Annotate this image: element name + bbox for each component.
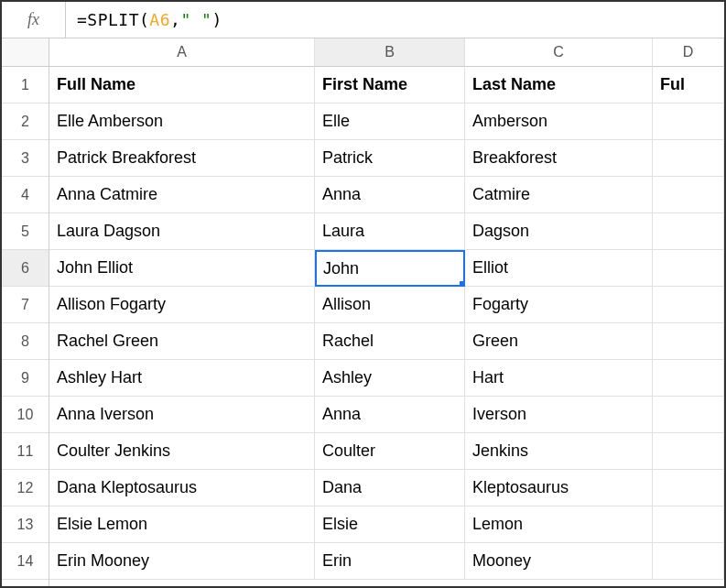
table-row: Rachel GreenRachelGreen bbox=[49, 323, 724, 360]
row-header-10[interactable]: 10 bbox=[2, 397, 49, 433]
cell-C6[interactable]: Elliot bbox=[465, 250, 653, 287]
cell-C5[interactable]: Dagson bbox=[465, 213, 653, 250]
formula-bar: fx =SPLIT(A6," ") bbox=[2, 2, 724, 38]
cell-B13[interactable]: Elsie bbox=[315, 506, 465, 543]
cell-D5[interactable] bbox=[653, 213, 724, 250]
row-header-4[interactable]: 4 bbox=[2, 177, 49, 213]
row-header-7[interactable]: 7 bbox=[2, 287, 49, 323]
cell-B9[interactable]: Ashley bbox=[315, 360, 465, 397]
table-row: Dana KleptosaurusDanaKleptosaurus bbox=[49, 470, 724, 506]
row-header-8[interactable]: 8 bbox=[2, 323, 49, 360]
cell-A1[interactable]: Full Name bbox=[49, 67, 315, 103]
cell-D14[interactable] bbox=[653, 543, 724, 580]
row-header-3[interactable]: 3 bbox=[2, 140, 49, 177]
column-headers: ABCD bbox=[49, 38, 724, 67]
cell-B5[interactable]: Laura bbox=[315, 213, 465, 250]
table-row: Anna CatmireAnnaCatmire bbox=[49, 177, 724, 213]
cell-C14[interactable]: Mooney bbox=[465, 543, 653, 580]
cell-C2[interactable]: Amberson bbox=[465, 103, 653, 140]
cell-B10[interactable]: Anna bbox=[315, 397, 465, 433]
cell-B7[interactable]: Allison bbox=[315, 287, 465, 323]
cell-A9[interactable]: Ashley Hart bbox=[49, 360, 315, 397]
cell-B14[interactable]: Erin bbox=[315, 543, 465, 580]
cell-A14[interactable]: Erin Mooney bbox=[49, 543, 315, 580]
cell-B12[interactable]: Dana bbox=[315, 470, 465, 506]
cell-D9[interactable] bbox=[653, 360, 724, 397]
cell-A5[interactable]: Laura Dagson bbox=[49, 213, 315, 250]
table-row: Ashley HartAshleyHart bbox=[49, 360, 724, 397]
cell-B1[interactable]: First Name bbox=[315, 67, 465, 103]
row-header-6[interactable]: 6 bbox=[2, 250, 49, 287]
row-header-9[interactable]: 9 bbox=[2, 360, 49, 397]
table-row: Patrick BreakforestPatrickBreakforest bbox=[49, 140, 724, 177]
cell-C9[interactable]: Hart bbox=[465, 360, 653, 397]
cell-D4[interactable] bbox=[653, 177, 724, 213]
cell-D8[interactable] bbox=[653, 323, 724, 360]
cell-D13[interactable] bbox=[653, 506, 724, 543]
cell-D3[interactable] bbox=[653, 140, 724, 177]
cell-B3[interactable]: Patrick bbox=[315, 140, 465, 177]
cell-D7[interactable] bbox=[653, 287, 724, 323]
cell-A7[interactable]: Allison Fogarty bbox=[49, 287, 315, 323]
column-header-B[interactable]: B bbox=[315, 38, 465, 67]
cell-C11[interactable]: Jenkins bbox=[465, 433, 653, 470]
cell-C7[interactable]: Fogarty bbox=[465, 287, 653, 323]
cell-D6[interactable] bbox=[653, 250, 724, 287]
select-all-corner[interactable] bbox=[2, 38, 49, 67]
cell-B4[interactable]: Anna bbox=[315, 177, 465, 213]
table-row: Elle AmbersonElleAmberson bbox=[49, 103, 724, 140]
cell-A6[interactable]: John Elliot bbox=[49, 250, 315, 287]
cell-B2[interactable]: Elle bbox=[315, 103, 465, 140]
row-header-14[interactable]: 14 bbox=[2, 543, 49, 580]
cell-C4[interactable]: Catmire bbox=[465, 177, 653, 213]
cell-A2[interactable]: Elle Amberson bbox=[49, 103, 315, 140]
cell-B8[interactable]: Rachel bbox=[315, 323, 465, 360]
cell-D12[interactable] bbox=[653, 470, 724, 506]
cell-C10[interactable]: Iverson bbox=[465, 397, 653, 433]
row-header-12[interactable]: 12 bbox=[2, 470, 49, 506]
column-header-D[interactable]: D bbox=[653, 38, 724, 67]
formula-input[interactable]: =SPLIT(A6," ") bbox=[66, 2, 724, 38]
row-headers: 1234567891011121314 bbox=[2, 38, 49, 586]
table-row: Anna IversonAnnaIverson bbox=[49, 397, 724, 433]
formula-comma: , bbox=[170, 10, 180, 29]
table-row: Erin MooneyErinMooney bbox=[49, 543, 724, 580]
cell-C13[interactable]: Lemon bbox=[465, 506, 653, 543]
formula-prefix: =SPLIT( bbox=[77, 10, 149, 29]
spreadsheet-grid: 1234567891011121314 ABCD Full NameFirst … bbox=[2, 38, 724, 586]
column-header-C[interactable]: C bbox=[465, 38, 653, 67]
fx-icon[interactable]: fx bbox=[2, 2, 66, 38]
cell-A13[interactable]: Elsie Lemon bbox=[49, 506, 315, 543]
cell-B11[interactable]: Coulter bbox=[315, 433, 465, 470]
row-header-2[interactable]: 2 bbox=[2, 103, 49, 140]
table-row: Full NameFirst NameLast NameFul bbox=[49, 67, 724, 103]
cell-D10[interactable] bbox=[653, 397, 724, 433]
data-rows: Full NameFirst NameLast NameFulElle Ambe… bbox=[49, 67, 724, 580]
cell-B6[interactable]: John bbox=[315, 250, 465, 287]
table-row: Laura DagsonLauraDagson bbox=[49, 213, 724, 250]
cell-A4[interactable]: Anna Catmire bbox=[49, 177, 315, 213]
formula-cell-ref: A6 bbox=[149, 10, 170, 29]
cell-A8[interactable]: Rachel Green bbox=[49, 323, 315, 360]
cell-D11[interactable] bbox=[653, 433, 724, 470]
column-header-A[interactable]: A bbox=[49, 38, 315, 67]
sheet-body: ABCD Full NameFirst NameLast NameFulElle… bbox=[49, 38, 724, 586]
cell-A12[interactable]: Dana Kleptosaurus bbox=[49, 470, 315, 506]
cell-C8[interactable]: Green bbox=[465, 323, 653, 360]
row-header-5[interactable]: 5 bbox=[2, 213, 49, 250]
cell-C3[interactable]: Breakforest bbox=[465, 140, 653, 177]
cell-D1[interactable]: Ful bbox=[653, 67, 724, 103]
cell-C12[interactable]: Kleptosaurus bbox=[465, 470, 653, 506]
cell-C1[interactable]: Last Name bbox=[465, 67, 653, 103]
row-header-13[interactable]: 13 bbox=[2, 506, 49, 543]
cell-A3[interactable]: Patrick Breakforest bbox=[49, 140, 315, 177]
cell-A11[interactable]: Coulter Jenkins bbox=[49, 433, 315, 470]
table-row: Elsie LemonElsieLemon bbox=[49, 506, 724, 543]
row-header-1[interactable]: 1 bbox=[2, 67, 49, 103]
row-header-11[interactable]: 11 bbox=[2, 433, 49, 470]
table-row: Allison FogartyAllisonFogarty bbox=[49, 287, 724, 323]
cell-D2[interactable] bbox=[653, 103, 724, 140]
cell-A10[interactable]: Anna Iverson bbox=[49, 397, 315, 433]
table-row: Coulter JenkinsCoulterJenkins bbox=[49, 433, 724, 470]
table-row: John ElliotJohnElliot bbox=[49, 250, 724, 287]
